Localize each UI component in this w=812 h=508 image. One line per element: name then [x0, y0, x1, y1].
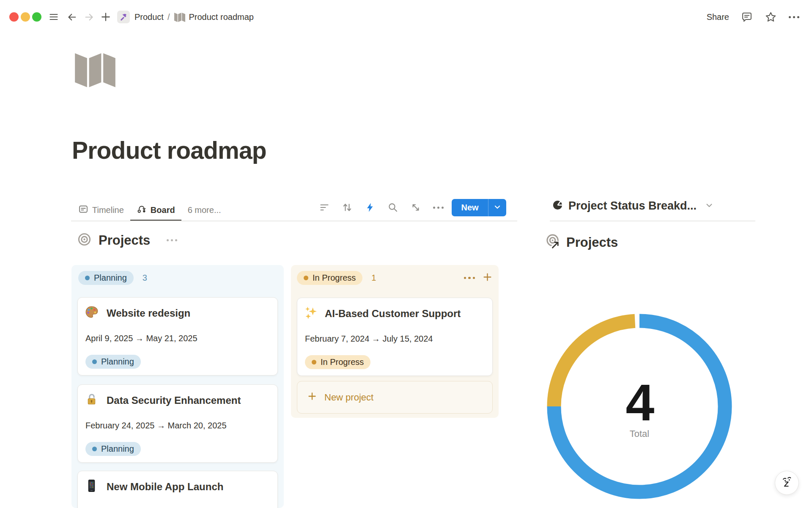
in-progress-count: 1 [371, 273, 376, 283]
donut-total-value: 4 [576, 377, 703, 428]
automation-bolt-icon[interactable] [365, 202, 376, 213]
tabbar-divider [71, 221, 517, 221]
favorite-star-icon[interactable] [765, 11, 777, 23]
bullseye-arrow-icon [546, 233, 562, 251]
card-status-pill: In Progress [305, 355, 370, 369]
bullseye-icon [77, 232, 91, 248]
assistant-fab-button[interactable] [775, 471, 799, 495]
card-title: Website redesign [107, 307, 190, 319]
unlocked-padlock-icon [85, 392, 99, 408]
new-tab-plus-icon[interactable] [100, 11, 111, 22]
zoom-window-button[interactable] [32, 12, 41, 22]
new-project-label: New project [324, 392, 373, 403]
status-label: In Progress [313, 273, 356, 283]
page-title[interactable]: Product roadmap [72, 136, 266, 164]
card-ai-customer-support[interactable]: AI-Based Customer Support February 7, 20… [297, 298, 493, 376]
new-button-dropdown[interactable] [488, 199, 506, 216]
sparkles-icon [304, 306, 318, 321]
status-dot [85, 276, 90, 280]
share-button[interactable]: Share [707, 12, 729, 22]
plus-icon [307, 391, 317, 404]
card-status-pill: Planning [85, 442, 141, 456]
card-status-pill: Planning [85, 355, 141, 369]
new-button[interactable]: New [452, 199, 488, 216]
card-website-redesign[interactable]: Website redesign April 9, 2025 → May 21,… [77, 297, 278, 375]
tab-label: Board [151, 205, 175, 215]
new-button-group: New [452, 199, 506, 216]
planning-status-pill[interactable]: Planning [78, 271, 134, 285]
card-title: Data Security Enhancement [107, 395, 241, 406]
new-project-button[interactable]: New project [297, 381, 493, 414]
card-title: AI-Based Customer Support [325, 308, 461, 320]
sort-icon[interactable] [342, 202, 353, 213]
planning-column-header: Planning 3 [78, 271, 277, 285]
chart-source-link[interactable]: Projects [546, 233, 618, 251]
planning-count: 3 [143, 273, 147, 283]
chart-view-title: Project Status Breakd... [568, 199, 697, 213]
traffic-lights [9, 12, 41, 22]
status-label: Planning [94, 273, 127, 283]
search-icon[interactable] [387, 202, 398, 213]
page-map-icon[interactable] [73, 50, 118, 89]
forward-arrow-icon[interactable] [84, 12, 94, 22]
back-arrow-icon[interactable] [67, 12, 77, 22]
column-options-ellipsis-icon[interactable] [464, 277, 475, 279]
tab-timeline[interactable]: Timeline [72, 199, 130, 221]
tab-label: Timeline [92, 205, 124, 215]
breadcrumb-current[interactable]: Product roadmap [189, 12, 254, 22]
doodle-face-icon [780, 475, 794, 491]
hamburger-menu-icon[interactable] [49, 12, 59, 22]
topbar: Product / Product roadmap Share [0, 0, 812, 34]
column-add-plus-icon[interactable] [482, 272, 493, 284]
status-label: In Progress [321, 357, 364, 367]
more-options-icon[interactable] [789, 16, 799, 18]
view-toolbar [319, 202, 444, 213]
board-icon [137, 204, 147, 216]
view-more-ellipsis-icon[interactable] [433, 202, 444, 213]
card-data-security[interactable]: Data Security Enhancement February 24, 2… [77, 384, 278, 463]
breadcrumb-parent[interactable]: Product [134, 12, 164, 22]
mobile-phone-icon [85, 479, 99, 494]
palette-icon [85, 305, 99, 321]
expand-icon[interactable] [410, 202, 421, 213]
chart-source-title: Projects [566, 235, 618, 250]
status-label: Planning [101, 357, 134, 367]
board-section-title[interactable]: Projects [99, 233, 150, 248]
chevron-down-icon [493, 202, 502, 213]
donut-total-label: Total [576, 428, 703, 439]
minimize-window-button[interactable] [21, 12, 30, 22]
chevron-down-icon [704, 200, 714, 212]
comments-icon[interactable] [741, 11, 753, 23]
workspace-hammer-icon[interactable] [117, 11, 130, 23]
status-dot [92, 359, 97, 364]
pie-chart-icon [552, 199, 563, 213]
side-panel-divider [550, 221, 755, 221]
close-window-button[interactable] [9, 12, 19, 22]
tab-label: 6 more... [188, 205, 221, 215]
map-icon [174, 12, 185, 22]
card-dates: April 9, 2025 → May 21, 2025 [85, 334, 271, 343]
status-dot [92, 447, 97, 451]
breadcrumb-separator: / [167, 12, 170, 22]
filter-icon[interactable] [319, 202, 330, 213]
status-dot [312, 360, 316, 364]
tab-board[interactable]: Board [130, 199, 181, 221]
in-progress-column-header: In Progress 1 [297, 271, 493, 285]
view-tabs: Timeline Board 6 more... [72, 199, 228, 221]
timeline-icon [78, 204, 88, 216]
card-title: New Mobile App Launch [107, 481, 223, 493]
board-section-ellipsis-icon[interactable] [167, 239, 177, 241]
notion-window: Product / Product roadmap Share Product … [0, 0, 812, 508]
tab-more-views[interactable]: 6 more... [181, 199, 228, 221]
status-label: Planning [101, 444, 134, 454]
chart-view-dropdown[interactable]: Project Status Breakd... [552, 199, 714, 213]
card-mobile-app-launch[interactable]: New Mobile App Launch May 1, 2025 → May … [77, 471, 278, 508]
status-dot [304, 276, 308, 280]
board-section-header: Projects [77, 232, 177, 248]
in-progress-status-pill[interactable]: In Progress [297, 271, 362, 285]
card-dates: February 24, 2025 → March 20, 2025 [85, 421, 271, 431]
card-dates: February 7, 2024 → July 15, 2024 [305, 334, 486, 344]
